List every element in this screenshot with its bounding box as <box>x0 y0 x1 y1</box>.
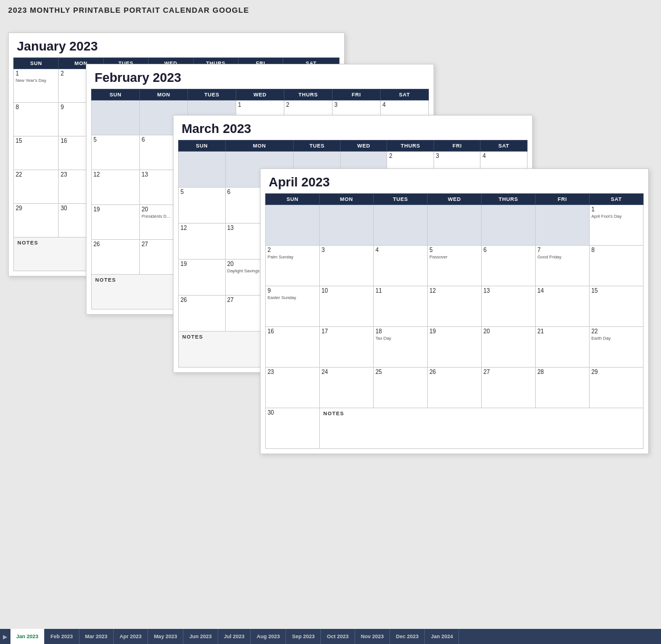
apr-hdr-sat: SAT <box>590 194 644 205</box>
apr-11: 11 <box>374 286 428 327</box>
apr-23: 23 <box>266 368 320 408</box>
apr-28: 28 <box>536 368 590 408</box>
mar-hdr-thu: THURS <box>387 141 434 152</box>
apr-13: 13 <box>482 286 536 327</box>
tab-jan-2024[interactable]: Jan 2024 <box>425 629 459 644</box>
jan-hdr-sun: SUN <box>14 58 59 69</box>
mar-26: 26 <box>179 296 226 332</box>
tab-feb-2023[interactable]: Feb 2023 <box>45 629 80 644</box>
april-title: April 2023 <box>261 169 648 193</box>
mar-hdr-fri: FRI <box>434 141 481 152</box>
apr-hdr-fri: FRI <box>536 194 590 205</box>
apr-22: 22Earth Day <box>590 327 644 368</box>
tab-oct-2023[interactable]: Oct 2023 <box>321 629 355 644</box>
jan-22: 22 <box>14 170 59 204</box>
apr-hdr-mon: MON <box>320 194 374 205</box>
apr-notes-label: NOTES <box>320 408 644 449</box>
page-title: 2023 MONTHLY PRINTABLE PORTAIT CALENDAR … <box>8 6 653 15</box>
apr-29: 29 <box>590 368 644 408</box>
mar-hdr-wed: WED <box>340 141 387 152</box>
main-container: 2023 MONTHLY PRINTABLE PORTAIT CALENDAR … <box>0 0 661 644</box>
tab-may-2023[interactable]: May 2023 <box>148 629 183 644</box>
tab-scroll-left[interactable]: ▶ <box>0 629 10 644</box>
apr-27: 27 <box>482 368 536 408</box>
table-row: 30 NOTES <box>266 408 644 449</box>
feb-12: 12 <box>92 170 140 205</box>
apr-21: 21 <box>536 327 590 368</box>
jan-8: 8 <box>14 103 59 136</box>
feb-ep1 <box>92 100 140 135</box>
feb-hdr-sun: SUN <box>92 89 140 100</box>
mar-5: 5 <box>179 188 226 224</box>
table-row: 1April Fool's Day <box>266 205 644 246</box>
apr-hdr-wed: WED <box>428 194 482 205</box>
apr-hdr-tue: TUES <box>374 194 428 205</box>
tab-jun-2023[interactable]: Jun 2023 <box>183 629 218 644</box>
jan-1: 1New Year's Day <box>14 69 59 103</box>
apr-17: 17 <box>320 327 374 368</box>
apr-3: 3 <box>320 246 374 286</box>
january-title: January 2023 <box>9 33 344 57</box>
tab-nov-2023[interactable]: Nov 2023 <box>355 629 391 644</box>
tab-dec-2023[interactable]: Dec 2023 <box>390 629 425 644</box>
jan-29: 29 <box>14 204 59 238</box>
feb-19: 19 <box>92 205 140 240</box>
apr-12: 12 <box>428 286 482 327</box>
feb-26: 26 <box>92 240 140 275</box>
mar-19: 19 <box>179 260 226 296</box>
apr-9: 9Easter Sunday <box>266 286 320 327</box>
table-row: 23 24 25 26 27 28 29 <box>266 368 644 408</box>
table-row: 16 17 18Tax Day 19 20 21 22Earth Day <box>266 327 644 368</box>
feb-5: 5 <box>92 135 140 170</box>
apr-30: 30 <box>266 408 320 449</box>
tab-jul-2023[interactable]: Jul 2023 <box>218 629 251 644</box>
tab-apr-2023[interactable]: Apr 2023 <box>114 629 148 644</box>
mar-hdr-mon: MON <box>225 141 294 152</box>
mar-ep1 <box>179 152 226 188</box>
apr-14: 14 <box>536 286 590 327</box>
apr-ep6 <box>536 205 590 246</box>
mar-hdr-tue: TUES <box>294 141 341 152</box>
apr-hdr-sun: SUN <box>266 194 320 205</box>
feb-hdr-sat: SAT <box>381 89 429 100</box>
april-table-wrap: SUN MON TUES WED THURS FRI SAT <box>261 193 648 454</box>
april-grid: SUN MON TUES WED THURS FRI SAT <box>265 193 644 449</box>
apr-8: 8 <box>590 246 644 286</box>
apr-ep5 <box>482 205 536 246</box>
february-title: February 2023 <box>86 64 434 89</box>
apr-1: 1April Fool's Day <box>590 205 644 246</box>
mar-hdr-sat: SAT <box>481 141 528 152</box>
tab-jan-2023[interactable]: Jan 2023 <box>10 629 45 644</box>
tab-aug-2023[interactable]: Aug 2023 <box>251 629 286 644</box>
apr-24: 24 <box>320 368 374 408</box>
feb-hdr-tue: TUES <box>188 89 236 100</box>
apr-2: 2Palm Sunday <box>266 246 320 286</box>
apr-hdr-thu: THURS <box>482 194 536 205</box>
apr-ep1 <box>266 205 320 246</box>
apr-18: 18Tax Day <box>374 327 428 368</box>
april-calendar: April 2023 SUN MON TUES WED THURS FRI SA… <box>260 168 649 454</box>
apr-26: 26 <box>428 368 482 408</box>
apr-ep4 <box>428 205 482 246</box>
apr-16: 16 <box>266 327 320 368</box>
apr-10: 10 <box>320 286 374 327</box>
tab-sep-2023[interactable]: Sep 2023 <box>286 629 321 644</box>
apr-ep3 <box>374 205 428 246</box>
tab-mar-2023[interactable]: Mar 2023 <box>80 629 114 644</box>
feb-hdr-thu: THURS <box>284 89 333 100</box>
table-row: 9Easter Sunday 10 11 12 13 14 15 <box>266 286 644 327</box>
apr-25: 25 <box>374 368 428 408</box>
feb-hdr-wed: WED <box>236 89 284 100</box>
apr-ep2 <box>320 205 374 246</box>
apr-6: 6 <box>482 246 536 286</box>
mar-hdr-sun: SUN <box>179 141 226 152</box>
jan-15: 15 <box>14 136 59 170</box>
apr-4: 4 <box>374 246 428 286</box>
apr-5: 5Passover <box>428 246 482 286</box>
table-row: 2Palm Sunday 3 4 5Passover 6 7Good Frida… <box>266 246 644 286</box>
apr-7: 7Good Friday <box>536 246 590 286</box>
apr-20: 20 <box>482 327 536 368</box>
mar-12: 12 <box>179 224 226 260</box>
feb-hdr-mon: MON <box>140 89 188 100</box>
march-title: March 2023 <box>174 116 532 140</box>
